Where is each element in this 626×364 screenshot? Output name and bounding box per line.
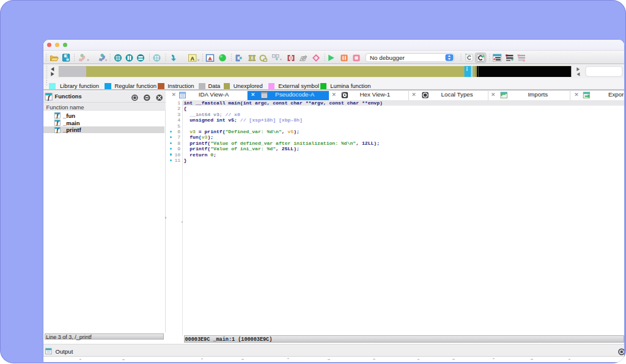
svg-text:No debugger: No debugger <box>370 54 405 61</box>
svg-text:A: A <box>190 56 194 62</box>
